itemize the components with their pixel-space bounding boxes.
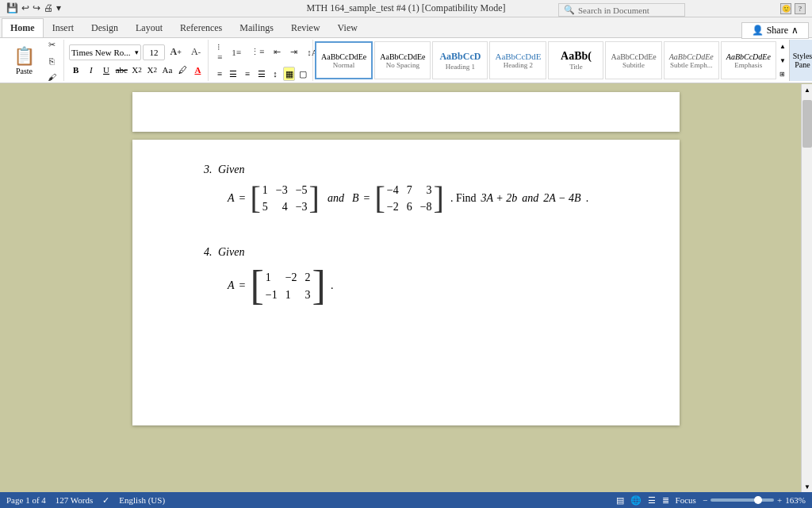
font-size-selector[interactable]: 12 [143,44,164,60]
zoom-controls: − + 163% [703,495,806,505]
zoom-slider[interactable] [710,498,774,502]
scrollbar[interactable]: ▲ ▼ [801,84,812,492]
b-row2-col2: 6 [407,199,412,215]
matrix-b: [ −4 7 3 −2 6 −8 ] [374,183,443,214]
align-left-button[interactable]: ≡ [213,67,226,81]
justify-button[interactable]: ☰ [255,67,268,81]
language-status[interactable]: English (US) [119,495,165,505]
problem-4-text: Given [218,246,244,258]
font-color-button[interactable]: A [191,63,205,77]
dropdown-icon[interactable]: ▾ [56,2,61,14]
focus-button[interactable]: Focus [676,495,696,505]
redo-icon[interactable]: ↪ [33,2,40,14]
format-painter-button[interactable]: 🖌 [44,70,60,84]
increase-indent-button[interactable]: ⇥ [286,44,301,60]
align-right-button[interactable]: ≡ [241,67,254,81]
multilevel-list-button[interactable]: ⋮≡ [247,44,268,60]
change-case-button[interactable]: Aa [160,63,174,77]
style-emphasis[interactable]: AaBbCcDdEe Emphasis [721,41,776,79]
cut-button[interactable]: ✂ [44,37,60,52]
scroll-up-arrow[interactable]: ▲ [802,84,812,95]
styles-expand-arrow[interactable]: ⊞ [779,71,786,78]
decrease-font-button[interactable]: A- [187,44,205,60]
share-button[interactable]: 👤 Share ∧ [741,22,809,39]
style-title[interactable]: AaBb( Title [548,41,603,79]
tab-insert[interactable]: Insert [44,18,82,37]
page-status[interactable]: Page 1 of 4 [6,495,46,505]
shading-button[interactable]: ▦ [283,67,296,81]
increase-font-button[interactable]: A+ [167,44,186,60]
tab-design[interactable]: Design [82,18,127,37]
styles-up-arrow[interactable]: ▲ [779,43,786,50]
status-bar: Page 1 of 4 127 Words ✓ English (US) ▤ 🌐… [0,492,812,508]
tab-layout[interactable]: Layout [127,18,171,37]
subscript-button[interactable]: X2 [130,63,144,77]
p4-r2c1: −1 [266,287,278,303]
tab-references[interactable]: References [171,18,231,37]
italic-button[interactable]: I [84,63,98,77]
decrease-indent-button[interactable]: ⇤ [270,44,285,60]
numbered-list-button[interactable]: 1≡ [228,45,245,60]
superscript-button[interactable]: X2 [145,63,159,77]
styles-group: AaBbCcDdEe Normal AaBbCcDdEe No Spacing … [315,40,787,81]
tab-mailings[interactable]: Mailings [231,18,282,37]
a-row1-col2: −3 [276,183,288,198]
strikethrough-button[interactable]: abc [115,63,128,77]
view-outline-button[interactable]: ☰ [648,495,656,506]
help-icon[interactable]: ? [795,3,806,14]
align-center-button[interactable]: ☰ [228,67,240,81]
print-icon[interactable]: 🖨 [44,2,53,14]
bullet-list-button[interactable]: ⁝≡ [213,40,226,64]
copy-button[interactable]: ⎘ [44,54,60,68]
a-row2-col1: 5 [262,199,268,215]
window-controls[interactable]: 🙂 ? [780,3,806,14]
paste-button[interactable]: 📋 Paste [6,41,42,79]
style-normal[interactable]: AaBbCcDdEe Normal [315,41,373,79]
view-draft-button[interactable]: ≣ [662,495,669,506]
font-name-value: Times New Ro... [71,48,130,57]
borders-button[interactable]: ▢ [297,67,309,81]
style-heading1[interactable]: AaBbCcD Heading 1 [432,41,488,79]
zoom-out-button[interactable]: − [703,495,707,505]
style-subtle-emphasis[interactable]: AaBbCcDdEe Subtle Emph... [664,41,719,79]
quick-access-toolbar[interactable]: 💾 ↩ ↪ 🖨 ▾ [6,2,61,14]
text-highlight-button[interactable]: 🖊 [176,63,190,77]
problem4-left-bracket: [ [250,265,263,306]
dropdown-icon[interactable]: ▾ [135,48,139,56]
tab-review[interactable]: Review [282,18,329,37]
styles-down-arrow[interactable]: ▼ [779,57,786,64]
problem-4-header: 4. Given [204,246,608,259]
view-web-button[interactable]: 🌐 [630,495,642,506]
problem-4-math: A = [ 1 −2 2 −1 1 3 ] . [204,265,608,306]
style-no-spacing[interactable]: AaBbCcDdEe No Spacing [374,41,431,79]
tab-home[interactable]: Home [2,18,44,37]
undo-icon[interactable]: ↩ [21,2,29,14]
p4-r2c2: 1 [285,287,297,303]
underline-button[interactable]: U [99,63,113,77]
matrix-a-label: A [228,192,235,205]
search-bar[interactable]: 🔍 Search in Document [558,3,685,17]
problem4-period: . [331,279,334,292]
page-main[interactable]: 3. Given A = [ 1 −3 −5 5 4 −3 [132,140,680,425]
style-subtitle[interactable]: AaBbCcDdEe Subtitle [605,41,661,79]
tab-view[interactable]: View [329,18,366,37]
and2-text: and [522,192,538,205]
zoom-in-button[interactable]: + [777,495,782,505]
styles-scroll-arrows[interactable]: ▲ ▼ ⊞ [778,41,787,79]
problem-3-number: 3. [204,164,213,175]
style-heading2[interactable]: AaBbCcDdE Heading 2 [489,41,546,79]
proofing-icon-status[interactable]: ✓ [102,495,109,506]
view-normal-button[interactable]: ▤ [616,495,624,506]
word-count-status[interactable]: 127 Words [56,495,94,505]
smiley-icon[interactable]: 🙂 [780,3,791,14]
save-icon[interactable]: 💾 [6,2,18,14]
style-subtitle-label: Subtitle [622,61,645,69]
styles-pane-button[interactable]: Styles Pane [789,40,812,81]
font-name-selector[interactable]: Times New Ro... ▾ [69,44,141,60]
bold-button[interactable]: B [69,63,82,77]
p4-r1c2: −2 [285,269,297,286]
language-label: English (US) [119,495,165,505]
line-spacing-button[interactable]: ↕ [269,67,282,81]
scroll-thumb[interactable] [802,100,812,148]
scroll-down-arrow[interactable]: ▼ [802,481,812,492]
